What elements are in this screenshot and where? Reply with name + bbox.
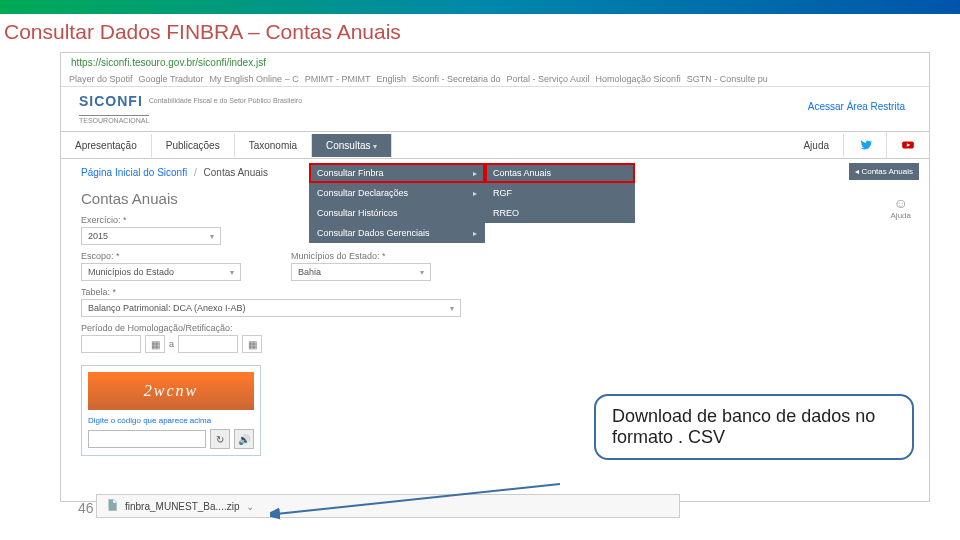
download-filename[interactable]: finbra_MUNEST_Ba....zip [125,501,240,512]
bookmark-item[interactable]: Homologação Siconfi [596,74,681,84]
flyout-rreo[interactable]: RREO [485,203,635,223]
help-label: Ajuda [891,211,911,220]
bookmark-item[interactable]: PMIMT - PMIMT [305,74,371,84]
captcha-refresh-button[interactable]: ↻ [210,429,230,449]
help-widget[interactable]: ☺ Ajuda [891,195,911,220]
captcha-box: 2wcnw Digite o código que aparece acima … [81,365,261,456]
chevron-down-icon: ▾ [230,268,234,277]
side-badge-contas-anuais[interactable]: ◂ Contas Anuais [849,163,919,180]
captcha-input[interactable] [88,430,206,448]
breadcrumb-sep: / [194,167,197,178]
periodo-range: ▦ a ▦ [81,335,262,353]
breadcrumb-home[interactable]: Página Inicial do Siconfi [81,167,187,178]
chevron-right-icon: ▸ [473,169,477,178]
submenu-consultar-historicos[interactable]: Consultar Históricos [309,203,485,223]
flyout-rgf[interactable]: RGF [485,183,635,203]
annotation-arrow [270,480,570,520]
calendar-icon[interactable]: ▦ [145,335,165,353]
slide-page-number: 46 [78,500,94,516]
submenu-label: Consultar Finbra [317,168,384,178]
filter-form: Exercício: * 2015▾ Escopo: * Municípios … [81,215,909,355]
date-sep: a [169,339,174,349]
menu-apresentacao[interactable]: Apresentação [61,134,152,157]
twitter-icon[interactable] [844,132,887,158]
slide-accent-bar [0,0,960,14]
bookmark-item[interactable]: English [376,74,406,84]
escopo-select[interactable]: Municípios do Estado▾ [81,263,241,281]
municipio-label: Municípios do Estado: * [291,251,431,261]
bookmarks-bar: Player do Spotif Google Tradutor My Engl… [61,72,929,87]
menu-ajuda[interactable]: Ajuda [789,134,844,157]
date-from-input[interactable] [81,335,141,353]
consultas-submenu: Consultar Finbra ▸ Consultar Declarações… [309,163,485,243]
bookmark-item[interactable]: Siconfi - Secretaria do [412,74,501,84]
file-icon [105,498,119,514]
menu-consultas[interactable]: Consultas ▾ [312,134,392,157]
exercicio-select[interactable]: 2015▾ [81,227,221,245]
menu-consultas-label: Consultas [326,140,370,151]
breadcrumb-current: Contas Anuais [204,167,269,178]
menu-publicacoes[interactable]: Publicações [152,134,235,157]
chevron-right-icon: ▸ [473,189,477,198]
chevron-down-icon: ▾ [450,304,454,313]
slide-title: Consultar Dados FINBRA – Contas Anuais [0,14,960,50]
chevron-right-icon: ▸ [473,229,477,238]
periodo-label: Período de Homologação/Retificação: [81,323,909,333]
chevron-down-icon: ▾ [420,268,424,277]
finbra-flyout: Contas Anuais RGF RREO [485,163,635,223]
chevron-down-icon[interactable]: ⌄ [246,501,254,512]
tesouro-label: TESOURONACIONAL [79,115,149,124]
menu-taxonomia[interactable]: Taxonomia [235,134,312,157]
annotation-callout: Download de banco de dados no formato . … [594,394,914,460]
side-badge-label: Contas Anuais [861,167,913,176]
bookmark-item[interactable]: My English Online – C [210,74,299,84]
submenu-consultar-finbra[interactable]: Consultar Finbra ▸ [309,163,485,183]
chevron-down-icon: ▾ [373,142,377,151]
captcha-image: 2wcnw [88,372,254,410]
tabela-value: Balanço Patrimonial: DCA (Anexo I-AB) [88,303,246,313]
main-menu: Apresentação Publicações Taxonomia Consu… [61,131,929,159]
bookmark-item[interactable]: Player do Spotif [69,74,133,84]
escopo-value: Municípios do Estado [88,267,174,277]
address-bar-url: https://siconfi.tesouro.gov.br/siconfi/i… [61,53,929,72]
submenu-consultar-gerenciais[interactable]: Consultar Dados Gerenciais ▸ [309,223,485,243]
site-tagline: Contabilidade Fiscal e do Setor Público … [149,97,302,105]
bookmark-item[interactable]: Portal - Serviço Auxil [507,74,590,84]
site-header: SICONFI Contabilidade Fiscal e do Setor … [61,87,929,115]
tabela-select[interactable]: Balanço Patrimonial: DCA (Anexo I-AB)▾ [81,299,461,317]
municipio-value: Bahia [298,267,321,277]
bookmark-item[interactable]: Google Tradutor [139,74,204,84]
exercicio-value: 2015 [88,231,108,241]
submenu-label: Consultar Dados Gerenciais [317,228,430,238]
calendar-icon[interactable]: ▦ [242,335,262,353]
svg-line-1 [276,484,560,514]
flyout-contas-anuais[interactable]: Contas Anuais [485,163,635,183]
submenu-label: Consultar Históricos [317,208,398,218]
tabela-label: Tabela: * [81,287,909,297]
site-logo: SICONFI [79,93,143,109]
escopo-label: Escopo: * [81,251,241,261]
municipio-select[interactable]: Bahia▾ [291,263,431,281]
submenu-label: Consultar Declarações [317,188,408,198]
captcha-label: Digite o código que aparece acima [88,416,254,425]
chevron-down-icon: ▾ [210,232,214,241]
date-to-input[interactable] [178,335,238,353]
youtube-icon[interactable] [887,132,929,158]
captcha-audio-button[interactable]: 🔊 [234,429,254,449]
restricted-area-link[interactable]: Acessar Área Restrita [808,101,905,112]
submenu-consultar-declaracoes[interactable]: Consultar Declarações ▸ [309,183,485,203]
bookmark-item[interactable]: SGTN - Consulte pu [687,74,768,84]
help-icon: ☺ [891,195,911,211]
